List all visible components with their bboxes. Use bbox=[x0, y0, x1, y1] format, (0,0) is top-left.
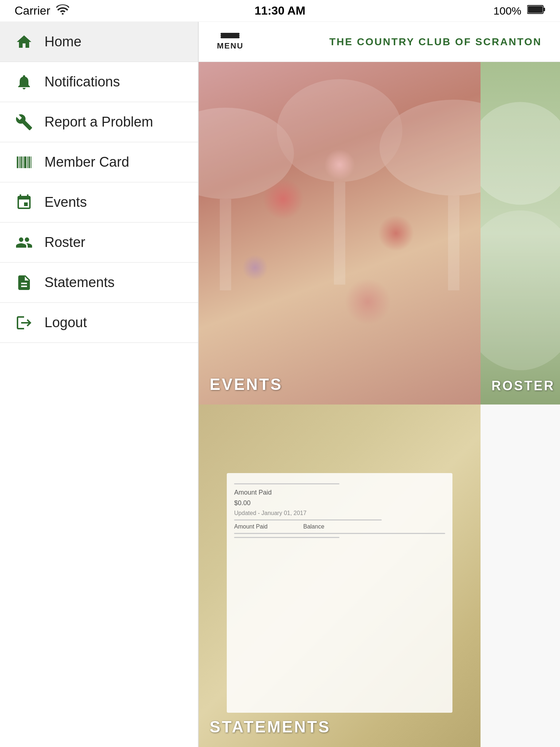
sidebar-item-statements[interactable]: Statements bbox=[0, 263, 198, 303]
calendar-icon bbox=[15, 193, 34, 212]
sidebar-item-home[interactable]: Home bbox=[0, 22, 198, 62]
people-icon bbox=[15, 233, 34, 252]
svg-rect-4 bbox=[17, 156, 18, 168]
sidebar-item-events[interactable]: Events bbox=[0, 182, 198, 222]
svg-rect-10 bbox=[28, 156, 30, 168]
cards-area: EVENTS ROSTER Amount Paid bbox=[199, 62, 560, 747]
sidebar-item-roster[interactable]: Roster bbox=[0, 222, 198, 263]
sidebar-label-home: Home bbox=[44, 34, 81, 50]
card-roster-label: ROSTER bbox=[491, 378, 555, 394]
roster-bg bbox=[481, 62, 560, 405]
svg-rect-17 bbox=[448, 196, 459, 290]
sidebar-label-roster: Roster bbox=[44, 235, 85, 250]
home-icon bbox=[15, 32, 34, 51]
club-name: THE COUNTRY CLUB OF SCRANTON bbox=[329, 36, 542, 48]
svg-rect-11 bbox=[31, 156, 31, 168]
svg-point-18 bbox=[481, 102, 560, 205]
document-icon bbox=[15, 273, 34, 292]
sidebar-item-logout[interactable]: Logout bbox=[0, 303, 198, 343]
menu-label: MENU bbox=[217, 41, 244, 51]
svg-rect-5 bbox=[19, 156, 20, 168]
svg-rect-7 bbox=[23, 156, 23, 168]
sidebar-item-report-problem[interactable]: Report a Problem bbox=[0, 102, 198, 142]
card-events-label: EVENTS bbox=[210, 375, 283, 394]
svg-rect-3 bbox=[528, 6, 542, 13]
svg-point-0 bbox=[62, 13, 63, 15]
sidebar-label-notifications: Notifications bbox=[44, 74, 120, 90]
wifi-icon bbox=[56, 4, 69, 18]
svg-rect-2 bbox=[543, 8, 545, 11]
sidebar: Home Notifications Report a Problem bbox=[0, 22, 199, 747]
svg-rect-8 bbox=[24, 156, 26, 168]
sidebar-label-statements: Statements bbox=[44, 275, 114, 290]
card-roster[interactable]: ROSTER bbox=[481, 62, 560, 405]
status-right: 100% bbox=[493, 4, 545, 17]
svg-rect-9 bbox=[27, 156, 28, 168]
carrier-label: Carrier bbox=[15, 4, 50, 18]
app-container: Home Notifications Report a Problem bbox=[0, 22, 560, 747]
menu-button[interactable]: MENU bbox=[217, 33, 244, 51]
empty-area bbox=[481, 405, 560, 747]
sidebar-item-notifications[interactable]: Notifications bbox=[0, 62, 198, 102]
svg-rect-15 bbox=[220, 199, 231, 290]
card-events[interactable]: EVENTS bbox=[199, 62, 481, 405]
status-bar: Carrier 11:30 AM 100% bbox=[0, 0, 560, 22]
svg-point-19 bbox=[481, 210, 560, 370]
svg-rect-6 bbox=[20, 156, 22, 168]
svg-rect-16 bbox=[334, 182, 345, 285]
sidebar-item-member-card[interactable]: Member Card bbox=[0, 142, 198, 182]
wrench-icon bbox=[15, 113, 34, 132]
sidebar-label-events: Events bbox=[44, 194, 87, 210]
status-time: 11:30 AM bbox=[254, 4, 305, 18]
sidebar-label-report-problem: Report a Problem bbox=[44, 114, 153, 130]
sidebar-label-member-card: Member Card bbox=[44, 154, 129, 170]
bell-icon bbox=[15, 73, 34, 92]
top-bar: MENU THE COUNTRY CLUB OF SCRANTON bbox=[199, 22, 560, 62]
battery-icon bbox=[527, 4, 545, 17]
card-statements[interactable]: Amount Paid $0.00 Updated - January 01, … bbox=[199, 405, 481, 747]
logout-icon bbox=[15, 313, 34, 332]
battery-label: 100% bbox=[493, 5, 521, 17]
status-left: Carrier bbox=[15, 4, 69, 18]
paper-document: Amount Paid $0.00 Updated - January 01, … bbox=[227, 473, 452, 713]
menu-lines-icon bbox=[221, 33, 240, 38]
sidebar-label-logout: Logout bbox=[44, 315, 87, 330]
main-content: MENU THE COUNTRY CLUB OF SCRANTON EVENTS bbox=[199, 22, 560, 747]
card-statements-label: STATEMENTS bbox=[210, 718, 331, 736]
barcode-icon bbox=[15, 153, 34, 172]
svg-point-13 bbox=[277, 79, 402, 182]
